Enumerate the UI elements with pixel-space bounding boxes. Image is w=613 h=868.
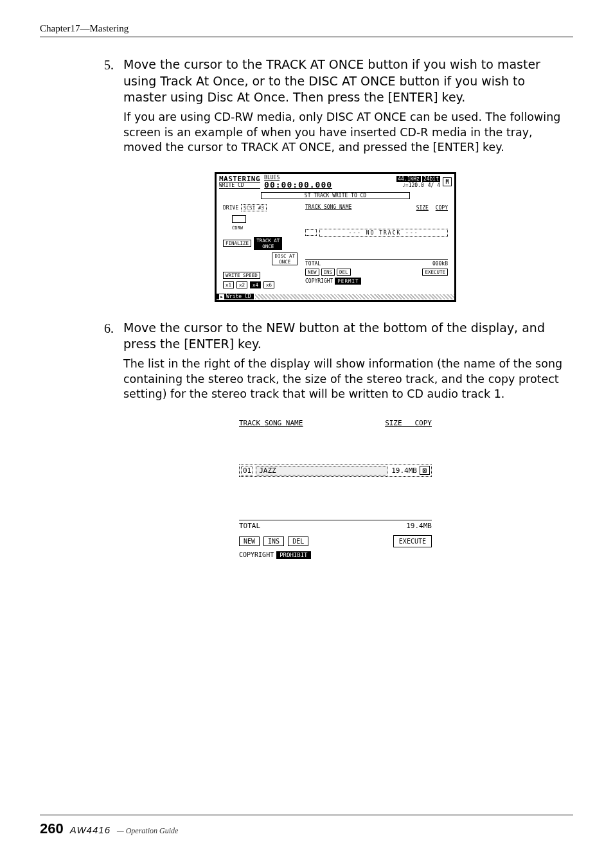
write-speed-label: WRITE SPEED — [223, 272, 260, 279]
del-button[interactable]: DEL — [337, 269, 351, 276]
lcd1-title: MASTERING — [219, 175, 260, 183]
page: Chapter17—Mastering 5. Move the cursor t… — [0, 0, 613, 868]
lcd1-body: DRIVE SCSI #3 CDRW FINALIZE TRACK AT O — [217, 202, 454, 294]
speed-x1-button[interactable]: x1 — [223, 281, 234, 288]
new-button[interactable]: NEW — [305, 269, 319, 276]
copyright-value[interactable]: PERMIT — [335, 278, 361, 285]
lcd1-bottom-bar: ▶ Write CD — [217, 294, 454, 300]
lcd2-total: TOTAL 19.4MB — [239, 520, 432, 530]
step-5-instruction: Move the cursor to the TRACK AT ONCE but… — [123, 57, 567, 106]
speed-x4-button[interactable]: x4 — [250, 281, 261, 288]
lcd1-time: 00:00:00.000 — [264, 181, 332, 189]
step-5-number: 5. — [104, 57, 123, 166]
step-6-note: The list in the right of the display wil… — [123, 357, 567, 402]
lcd1-col-copy: COPY — [436, 205, 448, 211]
track-at-once-button[interactable]: TRACK AT ONCE — [254, 237, 282, 250]
figure-1-wrap: MASTERING WRITE CD BLUES 00:00:00.000 44… — [104, 172, 567, 302]
lcd2-col-track-song: TRACK SONG NAME — [239, 419, 303, 427]
lcd2-col-copy: COPY — [415, 419, 432, 427]
lcd2-total-value: 19.4MB — [406, 522, 432, 530]
speed-x6-button[interactable]: x6 — [263, 281, 274, 288]
page-number: 260 — [40, 820, 64, 837]
lcd1-subtitle: WRITE CD — [219, 183, 260, 189]
speed-x2-button[interactable]: x2 — [236, 281, 247, 288]
step-6: 6. Move the cursor to the NEW button at … — [104, 320, 567, 412]
step-5-note: If you are using CD-RW media, only DISC … — [123, 110, 567, 155]
lcd-screen-1: MASTERING WRITE CD BLUES 00:00:00.000 44… — [215, 172, 456, 302]
lcd2-del-button[interactable]: DEL — [288, 536, 308, 546]
step-6-body: Move the cursor to the NEW button at the… — [123, 320, 567, 412]
lcd1-right: TRACK SONG NAME SIZE COPY --- NO TRACK -… — [305, 204, 448, 291]
play-icon: ▶ — [219, 294, 224, 299]
lcd1-titlebar: MASTERING WRITE CD BLUES 00:00:00.000 44… — [217, 174, 454, 190]
execute-button[interactable]: EXECUTE — [422, 269, 448, 276]
lcd1-col-track: TRACK SONG NAME — [305, 204, 351, 211]
lcd1-total-label: TOTAL — [305, 261, 321, 267]
disc-at-once-button[interactable]: DISC AT ONCE — [272, 252, 298, 265]
lcd1-no-track: --- NO TRACK --- — [319, 229, 448, 237]
finalize-button[interactable]: FINALIZE — [223, 240, 251, 247]
lcd1-col-size: SIZE — [416, 205, 429, 211]
footer-rule — [40, 815, 573, 815]
lcd1-drive-value[interactable]: SCSI #3 — [241, 204, 267, 211]
lcd1-timesig: 4/ 4 — [428, 182, 440, 188]
step-6-number: 6. — [104, 320, 123, 412]
lcd1-m-icon: M — [443, 177, 452, 186]
model-name: AW4416 — [70, 824, 111, 835]
lcd1-drive-label: DRIVE — [223, 205, 238, 211]
lcd1-drive-type: CDRW — [232, 226, 243, 231]
lcd2-song-name: JAZZ — [256, 466, 387, 475]
lcd2-execute-button[interactable]: EXECUTE — [393, 535, 432, 547]
content: 5. Move the cursor to the TRACK AT ONCE … — [104, 57, 567, 560]
step-5: 5. Move the cursor to the TRACK AT ONCE … — [104, 57, 567, 166]
lcd2-copy-icon: ⊠ — [420, 466, 430, 475]
lcd2-ins-button[interactable]: INS — [263, 536, 284, 546]
guide-label: — Operation Guide — [117, 826, 178, 836]
drive-icon — [232, 215, 246, 223]
footer: 260 AW4416 — Operation Guide — [40, 815, 573, 837]
lcd2-col-size: SIZE — [385, 419, 402, 427]
lcd1-total-value: 000kB — [432, 261, 448, 267]
lcd-screen-2: TRACK SONG NAME SIZE COPY 01 JAZZ 19.4MB… — [239, 419, 432, 559]
lcd2-track-row[interactable]: 01 JAZZ 19.4MB ⊠ — [239, 465, 432, 477]
lcd1-left: DRIVE SCSI #3 CDRW FINALIZE TRACK AT O — [223, 204, 300, 291]
write-cd-tab[interactable]: ▶ Write CD — [217, 294, 254, 299]
lcd2-size: 19.4MB — [391, 466, 417, 475]
top-rule — [40, 37, 573, 37]
chapter-header: Chapter17—Mastering — [40, 23, 573, 34]
lcd1-track-slot — [305, 229, 317, 236]
lcd2-buttons: NEW INS DEL EXECUTE — [239, 535, 432, 547]
ins-button[interactable]: INS — [321, 269, 335, 276]
lcd2-total-label: TOTAL — [239, 522, 260, 530]
lcd2-track-num: 01 — [241, 466, 253, 475]
lcd1-tempo: ♩=120.0 — [402, 182, 424, 188]
step-6-instruction: Move the cursor to the NEW button at the… — [123, 320, 567, 353]
lcd2-copyright-value[interactable]: PROHIBIT — [276, 551, 310, 559]
copyright-label: COPYRIGHT — [305, 278, 333, 284]
figure-2-wrap: TRACK SONG NAME SIZE COPY 01 JAZZ 19.4MB… — [104, 419, 567, 560]
lcd2-copyright-label: COPYRIGHT — [239, 551, 274, 558]
lcd2-copyright-line: COPYRIGHT PROHIBIT — [239, 551, 432, 559]
hatch-fill — [255, 294, 454, 299]
lcd1-header-line: ST TRACK WRITE TO CD — [261, 192, 410, 199]
lcd2-new-button[interactable]: NEW — [239, 536, 260, 546]
step-5-body: Move the cursor to the TRACK AT ONCE but… — [123, 57, 567, 166]
lcd2-list: 01 JAZZ 19.4MB ⊠ — [239, 427, 432, 517]
lcd1-bitdepth: 24bit — [422, 176, 440, 182]
lcd1-samplerate: 44.1kHz — [396, 176, 421, 182]
lcd2-head: TRACK SONG NAME SIZE COPY — [239, 419, 432, 427]
